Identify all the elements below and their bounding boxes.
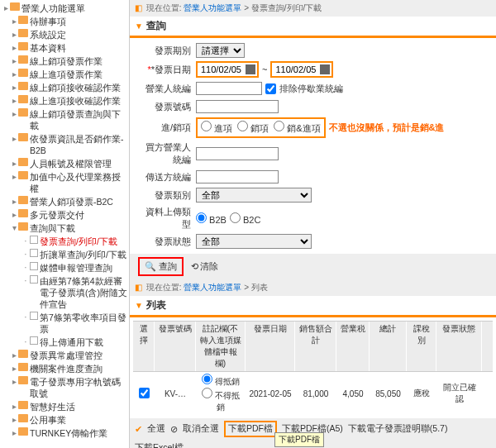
sidebar-item[interactable]: ·由經第7條第4款經審電子發票填(含)附隨文件宣告 <box>2 274 127 311</box>
sidebar-item[interactable]: ▸線上進項接收確認作業 <box>2 94 127 107</box>
label-carrier: 傳送方統編 <box>138 171 196 183</box>
location-icon: ◧ <box>135 3 142 12</box>
sidebar-item[interactable]: ▸電子發票專用字軌號碼取號 <box>2 375 127 400</box>
sidebar-item[interactable]: ·發票查詢/列印/下載 <box>2 235 127 248</box>
download-pdf-button[interactable]: 下載PDF檔 <box>224 421 277 437</box>
input-buyer[interactable] <box>196 147 279 160</box>
row-radio-disallow[interactable] <box>202 388 212 398</box>
calendar-icon[interactable] <box>320 64 330 74</box>
check-icon: ✔ <box>135 424 142 434</box>
label-period: 發票期別 <box>138 45 196 57</box>
sidebar-item[interactable]: ▸發票異常處理管控 <box>2 349 127 362</box>
sidebar-item[interactable]: ▸線上進項發票作業 <box>2 68 127 81</box>
label-type: 進/銷項 <box>138 122 196 134</box>
select-cat[interactable]: 全部 <box>196 188 312 203</box>
sidebar-item[interactable]: ▸基本資料 <box>2 41 127 55</box>
label-cat: 發票類別 <box>138 189 196 202</box>
location-icon: ◧ <box>135 283 142 292</box>
cancel-icon: ⊘ <box>170 424 178 434</box>
row-checkbox[interactable] <box>139 388 150 398</box>
label-invno: 發票號碼 <box>138 101 196 113</box>
sidebar-item[interactable]: ▸線上銷項發票作業 <box>2 55 127 68</box>
panel-title-list: 列表 <box>130 296 496 317</box>
sidebar-item[interactable]: ▸待辦事項 <box>2 15 127 28</box>
sidebar-item[interactable]: ▸機關案件進度查詢 <box>2 362 127 375</box>
select-status[interactable]: 全部 <box>196 234 312 249</box>
breadcrumb-link-2[interactable]: 營業人功能選單 <box>184 283 241 292</box>
input-date-to[interactable] <box>274 64 320 75</box>
sidebar-item[interactable]: ▸營業人銷項發票-B2C <box>2 195 127 208</box>
input-date-from[interactable] <box>199 64 246 75</box>
label-buyer: 買方營業人統編 <box>138 141 196 166</box>
tooltip: 下載PDF檔 <box>274 432 324 447</box>
label-exclude: 排除停歇業統編 <box>279 83 343 95</box>
table-row: KV-… 得抵銷 不得抵銷 2021-02-05 81,000 4,050 85… <box>133 372 493 415</box>
sidebar-item[interactable]: ·媒體申報管理查詢 <box>2 261 127 274</box>
sidebar-item[interactable]: ·得上傳通用下載 <box>2 336 127 349</box>
breadcrumb-2: ◧ 現在位置: 營業人功能選單 > 列表 <box>130 279 496 296</box>
sidebar-item[interactable]: ▸TURNKEY傳輸作業 <box>2 427 127 440</box>
sidebar-item[interactable]: ▸系統設定 <box>2 28 127 41</box>
input-invno[interactable] <box>196 100 279 113</box>
radio-b2b[interactable] <box>196 212 207 223</box>
search-button[interactable]: 🔍 查詢 <box>138 257 184 276</box>
input-seller[interactable] <box>196 82 262 95</box>
sidebar-item[interactable]: ▾查詢與下載 <box>2 222 127 235</box>
download-excel-button[interactable]: 下載Excel檔 <box>135 442 184 448</box>
panel-title-search: 查詢 <box>130 17 496 38</box>
sidebar-item[interactable]: ▸公用事業 <box>2 413 127 427</box>
calendar-icon[interactable] <box>246 64 255 74</box>
radio-group-type[interactable]: 進項 銷項 銷&進項 <box>196 117 326 138</box>
clear-icon: ⟲ <box>191 261 198 272</box>
select-period[interactable]: 請選擇 <box>196 43 245 58</box>
sidebar-item[interactable]: ▸智慧好生活 <box>2 400 127 413</box>
table-header: 選擇 發票號碼 註記欄(不轉入進項媒體檔申報欄) 發票日期 銷售額合計 營業税 … <box>133 321 493 372</box>
select-all-button[interactable]: 全選 <box>147 423 165 435</box>
label-status: 發票狀態 <box>138 236 196 248</box>
sidebar-item[interactable]: ▸線上銷項接收確認作業 <box>2 81 127 94</box>
sidebar-item[interactable]: ·折讓單查詢/列印/下載 <box>2 248 127 261</box>
sidebar-root[interactable]: ▸ 營業人功能選單 <box>2 2 127 15</box>
download-einvoice-button[interactable]: 下載電子發票證明聯(5.7) <box>348 423 448 435</box>
sidebar-item[interactable]: ▸人員帳號及權限管理 <box>2 157 127 170</box>
label-seller: 營業人統編 <box>138 83 196 95</box>
clear-button[interactable]: ⟲ 清除 <box>191 260 218 273</box>
breadcrumb-link[interactable]: 營業人功能選單 <box>184 3 241 12</box>
sidebar: ▸ 營業人功能選單 ▸待辦事項▸系統設定▸基本資料▸線上銷項發票作業▸線上進項發… <box>0 0 130 448</box>
sidebar-item[interactable]: ▸依發票資訊是否銷作業-B2B <box>2 132 127 157</box>
input-carrier[interactable] <box>196 170 279 183</box>
radio-b2c[interactable] <box>230 212 241 223</box>
deselect-all-button[interactable]: 取消全選 <box>183 423 219 435</box>
sidebar-item[interactable]: ▸線上銷項發票查詢與下載 <box>2 107 127 132</box>
sidebar-item[interactable]: ▸多元發票交付 <box>2 208 127 222</box>
search-icon: 🔍 <box>145 261 156 272</box>
sidebar-item[interactable]: ▸加值中心及代理業務授權 <box>2 170 127 195</box>
annotation-type: 不選也沒關係，預計是銷&進 <box>329 122 445 134</box>
breadcrumb: ◧ 現在位置: 營業人功能選單 > 發票查詢/列印/下載 <box>130 0 496 17</box>
label-date: **發票日期 <box>138 64 196 76</box>
label-upload: 資料上傳類型 <box>138 206 196 231</box>
row-radio-allow[interactable] <box>202 374 212 384</box>
main-panel: ◧ 現在位置: 營業人功能選單 > 發票查詢/列印/下載 查詢 發票期別 請選擇… <box>130 0 496 448</box>
checkbox-exclude[interactable] <box>265 83 276 94</box>
sidebar-item[interactable]: ·第7條第零收率項目發票 <box>2 311 127 336</box>
